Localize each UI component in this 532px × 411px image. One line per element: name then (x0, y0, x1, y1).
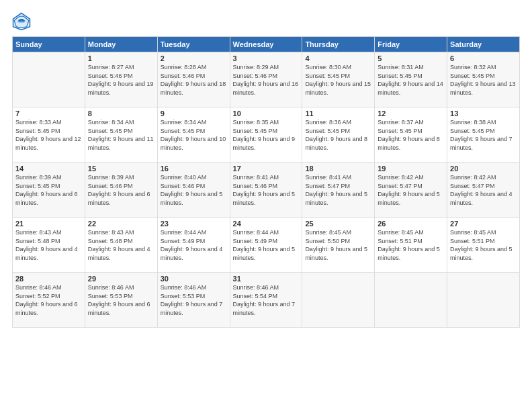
day-number: 5 (378, 54, 444, 62)
day-number: 6 (450, 54, 517, 62)
calendar-cell: 8Sunrise: 8:34 AMSunset: 5:45 PMDaylight… (85, 107, 157, 163)
day-number: 15 (88, 165, 154, 173)
weekday-header-wednesday: Wednesday (230, 37, 302, 52)
weekday-header-tuesday: Tuesday (157, 37, 230, 52)
day-number: 9 (161, 109, 227, 118)
day-info: Sunrise: 8:40 AMSunset: 5:46 PMDaylight:… (161, 173, 227, 207)
calendar-cell: 18Sunrise: 8:41 AMSunset: 5:47 PMDayligh… (302, 163, 375, 218)
calendar-cell (302, 273, 375, 328)
day-number: 26 (378, 220, 444, 228)
calendar-cell: 29Sunrise: 8:46 AMSunset: 5:53 PMDayligh… (85, 273, 157, 328)
day-info: Sunrise: 8:27 AMSunset: 5:46 PMDaylight:… (88, 63, 154, 97)
day-info: Sunrise: 8:37 AMSunset: 5:45 PMDaylight:… (378, 118, 444, 152)
day-info: Sunrise: 8:34 AMSunset: 5:45 PMDaylight:… (88, 118, 154, 152)
day-info: Sunrise: 8:28 AMSunset: 5:46 PMDaylight:… (161, 63, 227, 97)
calendar-cell: 26Sunrise: 8:45 AMSunset: 5:51 PMDayligh… (375, 218, 447, 273)
day-info: Sunrise: 8:39 AMSunset: 5:46 PMDaylight:… (88, 173, 154, 207)
day-number: 24 (233, 220, 300, 228)
calendar-cell: 15Sunrise: 8:39 AMSunset: 5:46 PMDayligh… (85, 163, 157, 218)
weekday-header-thursday: Thursday (302, 37, 375, 52)
weekday-header-friday: Friday (375, 37, 447, 52)
day-number: 1 (88, 54, 154, 62)
day-number: 21 (15, 220, 82, 228)
day-number: 11 (305, 109, 371, 118)
calendar-cell: 31Sunrise: 8:46 AMSunset: 5:54 PMDayligh… (230, 273, 302, 328)
calendar-cell: 21Sunrise: 8:43 AMSunset: 5:48 PMDayligh… (13, 218, 85, 273)
calendar-cell: 7Sunrise: 8:33 AMSunset: 5:45 PMDaylight… (13, 107, 85, 163)
day-number: 22 (88, 220, 154, 228)
calendar-cell: 1Sunrise: 8:27 AMSunset: 5:46 PMDaylight… (85, 52, 157, 107)
calendar-cell: 27Sunrise: 8:45 AMSunset: 5:51 PMDayligh… (447, 218, 520, 273)
calendar-cell: 30Sunrise: 8:46 AMSunset: 5:53 PMDayligh… (157, 273, 230, 328)
logo-icon (12, 12, 31, 31)
weekday-header-saturday: Saturday (447, 37, 520, 52)
calendar-cell: 4Sunrise: 8:30 AMSunset: 5:45 PMDaylight… (302, 52, 375, 107)
day-number: 7 (15, 109, 82, 118)
calendar-week-2: 7Sunrise: 8:33 AMSunset: 5:45 PMDaylight… (13, 107, 520, 163)
day-info: Sunrise: 8:46 AMSunset: 5:53 PMDaylight:… (88, 283, 154, 317)
day-info: Sunrise: 8:44 AMSunset: 5:49 PMDaylight:… (161, 228, 227, 262)
day-info: Sunrise: 8:33 AMSunset: 5:45 PMDaylight:… (15, 118, 82, 152)
weekday-header-sunday: Sunday (13, 37, 85, 52)
calendar-cell: 22Sunrise: 8:43 AMSunset: 5:48 PMDayligh… (85, 218, 157, 273)
calendar-cell: 20Sunrise: 8:42 AMSunset: 5:47 PMDayligh… (447, 163, 520, 218)
day-number: 19 (378, 165, 444, 173)
calendar-cell (447, 273, 520, 328)
day-number: 10 (233, 109, 300, 118)
day-info: Sunrise: 8:35 AMSunset: 5:45 PMDaylight:… (233, 118, 300, 152)
calendar-header: SundayMondayTuesdayWednesdayThursdayFrid… (13, 37, 520, 52)
day-number: 12 (378, 109, 444, 118)
calendar-cell: 5Sunrise: 8:31 AMSunset: 5:45 PMDaylight… (375, 52, 447, 107)
day-number: 28 (15, 275, 82, 283)
calendar-week-4: 21Sunrise: 8:43 AMSunset: 5:48 PMDayligh… (13, 218, 520, 273)
weekday-header-row: SundayMondayTuesdayWednesdayThursdayFrid… (13, 37, 520, 52)
day-number: 30 (161, 275, 227, 283)
day-info: Sunrise: 8:39 AMSunset: 5:45 PMDaylight:… (15, 173, 82, 207)
calendar-cell: 24Sunrise: 8:44 AMSunset: 5:49 PMDayligh… (230, 218, 302, 273)
day-number: 2 (161, 54, 227, 62)
day-number: 8 (88, 109, 154, 118)
day-info: Sunrise: 8:45 AMSunset: 5:50 PMDaylight:… (305, 228, 371, 262)
calendar-cell: 6Sunrise: 8:32 AMSunset: 5:45 PMDaylight… (447, 52, 520, 107)
calendar-cell (13, 52, 85, 107)
day-info: Sunrise: 8:43 AMSunset: 5:48 PMDaylight:… (88, 228, 154, 262)
day-info: Sunrise: 8:42 AMSunset: 5:47 PMDaylight:… (378, 173, 444, 207)
day-info: Sunrise: 8:34 AMSunset: 5:45 PMDaylight:… (161, 118, 227, 152)
day-number: 13 (450, 109, 517, 118)
calendar-cell: 13Sunrise: 8:38 AMSunset: 5:45 PMDayligh… (447, 107, 520, 163)
weekday-header-monday: Monday (85, 37, 157, 52)
calendar-cell: 2Sunrise: 8:28 AMSunset: 5:46 PMDaylight… (157, 52, 230, 107)
calendar-table: SundayMondayTuesdayWednesdayThursdayFrid… (12, 36, 520, 328)
calendar-cell: 3Sunrise: 8:29 AMSunset: 5:46 PMDaylight… (230, 52, 302, 107)
calendar-cell: 14Sunrise: 8:39 AMSunset: 5:45 PMDayligh… (13, 163, 85, 218)
day-info: Sunrise: 8:46 AMSunset: 5:52 PMDaylight:… (15, 283, 82, 317)
day-number: 18 (305, 165, 371, 173)
day-number: 14 (15, 165, 82, 173)
day-number: 16 (161, 165, 227, 173)
day-number: 17 (233, 165, 300, 173)
day-info: Sunrise: 8:46 AMSunset: 5:54 PMDaylight:… (233, 283, 300, 317)
calendar-page: SundayMondayTuesdayWednesdayThursdayFrid… (0, 0, 532, 411)
calendar-body: 1Sunrise: 8:27 AMSunset: 5:46 PMDaylight… (13, 52, 520, 328)
calendar-cell: 28Sunrise: 8:46 AMSunset: 5:52 PMDayligh… (13, 273, 85, 328)
day-info: Sunrise: 8:45 AMSunset: 5:51 PMDaylight:… (450, 228, 517, 262)
day-number: 20 (450, 165, 517, 173)
calendar-cell: 10Sunrise: 8:35 AMSunset: 5:45 PMDayligh… (230, 107, 302, 163)
day-number: 4 (305, 54, 371, 62)
day-number: 27 (450, 220, 517, 228)
day-number: 31 (233, 275, 300, 283)
day-info: Sunrise: 8:31 AMSunset: 5:45 PMDaylight:… (378, 63, 444, 97)
calendar-cell: 19Sunrise: 8:42 AMSunset: 5:47 PMDayligh… (375, 163, 447, 218)
day-info: Sunrise: 8:38 AMSunset: 5:45 PMDaylight:… (450, 118, 517, 152)
header (12, 12, 520, 31)
day-info: Sunrise: 8:45 AMSunset: 5:51 PMDaylight:… (378, 228, 444, 262)
day-info: Sunrise: 8:43 AMSunset: 5:48 PMDaylight:… (15, 228, 82, 262)
day-number: 29 (88, 275, 154, 283)
calendar-week-1: 1Sunrise: 8:27 AMSunset: 5:46 PMDaylight… (13, 52, 520, 107)
day-number: 3 (233, 54, 300, 62)
day-info: Sunrise: 8:44 AMSunset: 5:49 PMDaylight:… (233, 228, 300, 262)
day-info: Sunrise: 8:41 AMSunset: 5:47 PMDaylight:… (305, 173, 371, 207)
calendar-cell: 25Sunrise: 8:45 AMSunset: 5:50 PMDayligh… (302, 218, 375, 273)
logo (12, 12, 34, 31)
day-number: 25 (305, 220, 371, 228)
